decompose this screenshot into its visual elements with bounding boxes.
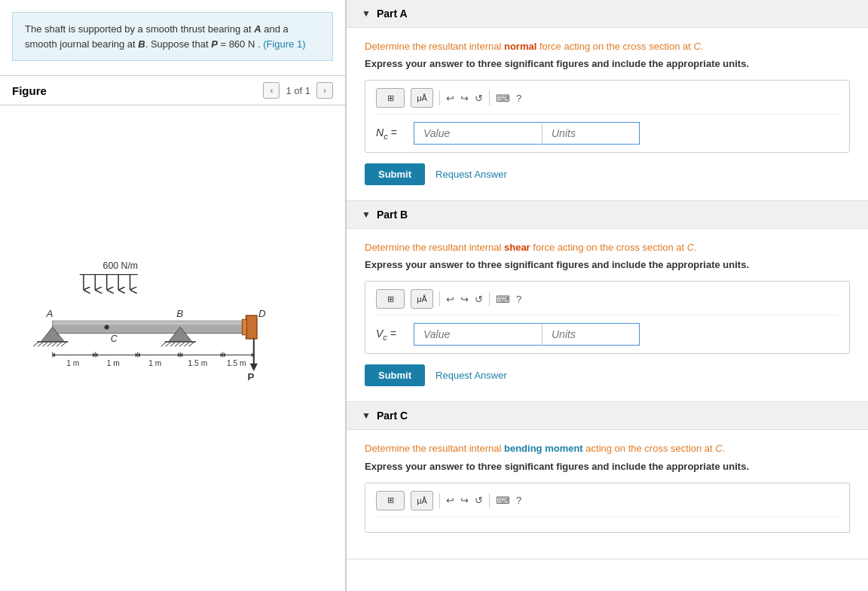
part-a-header: ▼ Part A (347, 0, 868, 28)
part-c-toolbar: ⊞ μÅ ↩ ↪ ↺ ⌨ ? (376, 491, 839, 517)
part-b-request-link[interactable]: Request Answer (436, 370, 507, 381)
help-icon-b[interactable]: ? (516, 294, 521, 305)
part-c-question: Determine the resultant internal bending… (365, 442, 850, 455)
keyboard-icon-b[interactable]: ⌨ (496, 294, 510, 305)
part-b-instruction: Express your answer to three significant… (365, 259, 850, 270)
part-a-label: Part A (377, 8, 408, 20)
part-c-input-box: ⊞ μÅ ↩ ↪ ↺ ⌨ ? (365, 483, 850, 533)
help-icon-a[interactable]: ? (516, 93, 521, 104)
part-c-section: ▼ Part C Determine the resultant interna… (347, 402, 868, 559)
mu-icon-button-a[interactable]: μÅ (411, 88, 433, 108)
refresh-icon-c[interactable]: ↺ (475, 495, 483, 506)
grid-icon-button-a[interactable]: ⊞ (376, 88, 405, 108)
svg-text:1 m: 1 m (148, 359, 161, 367)
part-b-units-input[interactable] (542, 323, 640, 346)
grid-icon-button-b[interactable]: ⊞ (376, 289, 405, 309)
part-a-toolbar: ⊞ μÅ ↩ ↪ ↺ ⌨ ? (376, 88, 839, 114)
prev-figure-button[interactable]: ‹ (263, 82, 280, 99)
redo-icon-c[interactable]: ↪ (460, 495, 469, 506)
undo-icon-a[interactable]: ↩ (446, 93, 454, 104)
part-c-instruction: Express your answer to three significant… (365, 461, 850, 472)
part-a-action-row: Submit Request Answer (365, 163, 850, 185)
svg-text:D: D (258, 308, 266, 319)
part-b-body: Determine the resultant internal shear f… (347, 229, 868, 401)
problem-text: The shaft is supported by a smooth thrus… (25, 23, 306, 50)
part-b-toolbar: ⊞ μÅ ↩ ↪ ↺ ⌨ ? (376, 289, 839, 315)
part-b-section: ▼ Part B Determine the resultant interna… (347, 201, 868, 402)
keyboard-icon-c[interactable]: ⌨ (496, 495, 510, 506)
separator-a-2 (489, 90, 490, 105)
figure-header: Figure ‹ 1 of 1 › (0, 75, 345, 105)
part-a-section: ▼ Part A Determine the resultant interna… (347, 0, 868, 201)
svg-line-10 (33, 342, 38, 346)
svg-point-18 (105, 325, 109, 330)
refresh-icon-b[interactable]: ↺ (475, 294, 483, 305)
part-a-question: Determine the resultant internal normal … (365, 40, 850, 53)
svg-text:1 m: 1 m (66, 359, 79, 367)
part-a-request-link[interactable]: Request Answer (436, 169, 507, 180)
part-b-answer-row: Vc = (376, 323, 839, 346)
part-c-arrow: ▼ (362, 410, 371, 421)
svg-text:B: B (176, 308, 183, 319)
grid-icon-button-c[interactable]: ⊞ (376, 491, 405, 510)
figure-nav: ‹ 1 of 1 › (263, 82, 333, 99)
undo-icon-b[interactable]: ↩ (446, 294, 454, 305)
next-figure-button[interactable]: › (316, 82, 333, 99)
part-b-value-input[interactable] (414, 323, 542, 346)
left-panel: The shaft is supported by a smooth thrus… (0, 0, 347, 591)
part-b-question: Determine the resultant internal shear f… (365, 241, 850, 254)
load-label: 600 N/m (103, 261, 139, 272)
svg-text:C: C (111, 334, 118, 344)
help-icon-c[interactable]: ? (516, 495, 521, 506)
part-b-action-row: Submit Request Answer (365, 364, 850, 386)
separator-a-1 (439, 90, 440, 105)
part-a-body: Determine the resultant internal normal … (347, 28, 868, 200)
part-a-instruction: Express your answer to three significant… (365, 58, 850, 69)
figure-diagram: 600 N/m (29, 255, 316, 440)
part-a-answer-row: Nc = (376, 122, 839, 145)
redo-icon-b[interactable]: ↪ (460, 294, 469, 305)
part-a-answer-label: Nc = (376, 126, 406, 141)
part-c-body: Determine the resultant internal bending… (347, 430, 868, 558)
part-c-label: Part C (377, 410, 408, 422)
right-panel: ▼ Part A Determine the resultant interna… (347, 0, 868, 591)
part-b-submit-button[interactable]: Submit (365, 364, 425, 386)
svg-rect-30 (246, 315, 257, 339)
figure-canvas: 600 N/m (0, 105, 345, 591)
problem-statement: The shaft is supported by a smooth thrus… (12, 12, 333, 61)
part-b-input-box: ⊞ μÅ ↩ ↪ ↺ ⌨ ? Vc = (365, 281, 850, 354)
mu-icon-button-c[interactable]: μÅ (411, 491, 433, 510)
undo-icon-c[interactable]: ↩ (446, 495, 454, 506)
svg-text:A: A (46, 308, 53, 319)
separator-b-1 (439, 291, 440, 306)
part-a-value-input[interactable] (414, 122, 542, 145)
mu-icon-button-b[interactable]: μÅ (411, 289, 433, 309)
svg-text:1.5 m: 1.5 m (188, 359, 208, 367)
svg-text:1.5 m: 1.5 m (227, 359, 246, 367)
part-a-submit-button[interactable]: Submit (365, 163, 425, 185)
redo-icon-a[interactable]: ↪ (460, 93, 469, 104)
page-indicator: 1 of 1 (286, 85, 310, 96)
refresh-icon-a[interactable]: ↺ (475, 93, 483, 104)
part-c-header: ▼ Part C (347, 402, 868, 430)
part-a-input-box: ⊞ μÅ ↩ ↪ ↺ ⌨ ? Nc = (365, 80, 850, 153)
svg-line-22 (161, 342, 167, 346)
figure-title: Figure (12, 84, 47, 97)
svg-marker-34 (250, 364, 258, 371)
part-a-arrow: ▼ (362, 8, 371, 19)
part-b-header: ▼ Part B (347, 201, 868, 229)
part-b-answer-label: Vc = (376, 327, 406, 342)
part-b-label: Part B (377, 209, 408, 221)
svg-rect-31 (242, 319, 246, 335)
separator-c-1 (439, 493, 440, 508)
svg-rect-7 (53, 321, 254, 325)
separator-c-2 (489, 493, 490, 508)
separator-b-2 (489, 291, 490, 306)
part-a-units-input[interactable] (542, 122, 640, 145)
part-b-arrow: ▼ (362, 209, 371, 220)
figure-section: Figure ‹ 1 of 1 › 600 N/m (0, 75, 345, 591)
svg-text:P: P (248, 372, 255, 383)
keyboard-icon-a[interactable]: ⌨ (496, 93, 510, 104)
svg-text:1 m: 1 m (107, 359, 120, 367)
